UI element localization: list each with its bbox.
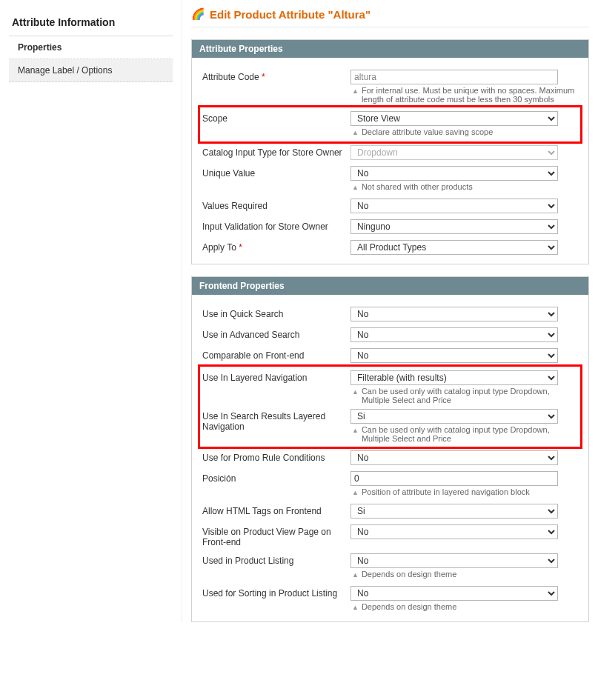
hint-sort-listing: ▲Depends on design theme [351, 602, 578, 613]
label-visible-pdp: Visible on Product View Page on Front-en… [202, 524, 351, 547]
label-quick-search: Use in Quick Search [202, 307, 351, 319]
hint-unique: ▲Not shared with other products [351, 182, 578, 193]
section-frontend-properties: Frontend Properties Use in Quick Search … [191, 276, 589, 622]
triangle-icon: ▲ [352, 570, 359, 580]
label-unique: Unique Value [202, 166, 351, 179]
label-position: Posición [202, 471, 351, 484]
sidebar-item-properties[interactable]: Properties [9, 36, 173, 59]
comparable-select[interactable]: No [351, 348, 558, 363]
position-input[interactable] [351, 471, 558, 486]
section-header: Attribute Properties [192, 40, 588, 58]
label-adv-search: Use in Advanced Search [202, 327, 351, 340]
hint-layered-nav: ▲Can be used only with catalog input typ… [351, 387, 578, 404]
main-content: 🌈 Edit Product Attribute "Altura" Attrib… [182, 0, 598, 622]
unique-select[interactable]: No [351, 166, 558, 181]
layered-nav-select[interactable]: Filterable (with results) [351, 370, 558, 385]
triangle-icon: ▲ [352, 387, 359, 397]
product-listing-select[interactable]: No [351, 553, 558, 568]
hint-product-listing: ▲Depends on design theme [351, 570, 578, 580]
label-layered-nav: Use In Layered Navigation [202, 370, 351, 383]
triangle-icon: ▲ [352, 602, 359, 613]
page-title-row: 🌈 Edit Product Attribute "Altura" [191, 0, 589, 27]
triangle-icon: ▲ [352, 182, 359, 193]
label-attribute-code: Attribute Code * [202, 70, 351, 82]
label-apply-to: Apply To * [202, 240, 351, 253]
adv-search-select[interactable]: No [351, 327, 558, 342]
quick-search-select[interactable]: No [351, 307, 558, 321]
label-required: Values Required [202, 199, 351, 211]
sidebar-item-manage-label-options[interactable]: Manage Label / Options [9, 59, 173, 82]
row-position: Posición ▲Position of attribute in layer… [202, 468, 578, 501]
section-body: Attribute Code * ▲For internal use. Must… [192, 58, 588, 264]
label-sort-listing: Used for Sorting in Product Listing [202, 586, 351, 599]
apply-to-select[interactable]: All Product Types [351, 240, 558, 255]
row-attribute-code: Attribute Code * ▲For internal use. Must… [202, 67, 578, 107]
required-mark: * [239, 242, 242, 253]
promo-select[interactable]: No [351, 450, 558, 465]
sidebar-title: Attribute Information [9, 7, 173, 36]
hint-search-layered-nav: ▲Can be used only with catalog input typ… [351, 425, 578, 443]
row-apply-to: Apply To * All Product Types [202, 237, 578, 258]
row-unique: Unique Value No ▲Not shared with other p… [202, 163, 578, 196]
hint-attribute-code: ▲For internal use. Must be unique with n… [351, 86, 578, 104]
section-body: Use in Quick Search No Use in Advanced S… [192, 295, 588, 621]
allow-html-select[interactable]: Si [351, 504, 558, 519]
row-adv-search: Use in Advanced Search No [202, 324, 578, 345]
hint-position: ▲Position of attribute in layered naviga… [351, 487, 578, 498]
row-promo: Use for Promo Rule Conditions No [202, 447, 578, 468]
label-product-listing: Used in Product Listing [202, 553, 351, 566]
visible-pdp-select[interactable]: No [351, 524, 558, 539]
scope-select[interactable]: Store View [351, 111, 558, 126]
search-layered-nav-select[interactable]: Si [351, 409, 558, 424]
sidebar-item-label: Properties [18, 42, 62, 53]
triangle-icon: ▲ [352, 127, 359, 138]
section-attribute-properties: Attribute Properties Attribute Code * ▲F… [191, 39, 589, 264]
sidebar: Attribute Information Properties Manage … [0, 0, 182, 622]
row-layered-nav-group: Use In Layered Navigation Filterable (wi… [199, 366, 581, 447]
row-allow-html: Allow HTML Tags on Frontend Si [202, 501, 578, 521]
attribute-code-input [351, 70, 558, 84]
rainbow-icon: 🌈 [191, 7, 205, 21]
section-header: Frontend Properties [192, 277, 588, 295]
row-quick-search: Use in Quick Search No [202, 304, 578, 324]
row-product-listing: Used in Product Listing No ▲Depends on d… [202, 550, 578, 583]
label-promo: Use for Promo Rule Conditions [202, 450, 351, 463]
hint-scope: ▲Declare attribute value saving scope [351, 127, 578, 138]
sort-listing-select[interactable]: No [351, 586, 558, 601]
row-required: Values Required No [202, 196, 578, 216]
row-sort-listing: Used for Sorting in Product Listing No ▲… [202, 583, 578, 616]
label-scope: Scope [202, 111, 351, 124]
required-select[interactable]: No [351, 199, 558, 213]
row-input-type: Catalog Input Type for Store Owner Dropd… [202, 142, 578, 163]
row-scope: Scope Store View ▲Declare attribute valu… [199, 107, 581, 142]
input-type-select: Dropdown [351, 145, 558, 160]
row-validation: Input Validation for Store Owner Ninguno [202, 216, 578, 237]
validation-select[interactable]: Ninguno [351, 219, 558, 234]
row-comparable: Comparable on Front-end No [202, 345, 578, 366]
sidebar-item-label: Manage Label / Options [18, 65, 112, 76]
label-comparable: Comparable on Front-end [202, 348, 351, 361]
row-visible-pdp: Visible on Product View Page on Front-en… [202, 521, 578, 550]
label-validation: Input Validation for Store Owner [202, 219, 351, 232]
label-allow-html: Allow HTML Tags on Frontend [202, 504, 351, 516]
triangle-icon: ▲ [352, 487, 359, 498]
page-title: Edit Product Attribute "Altura" [210, 8, 371, 21]
label-search-layered-nav: Use In Search Results Layered Navigation [202, 409, 351, 432]
triangle-icon: ▲ [352, 86, 359, 96]
required-mark: * [262, 72, 265, 82]
triangle-icon: ▲ [352, 425, 359, 436]
label-input-type: Catalog Input Type for Store Owner [202, 145, 351, 158]
